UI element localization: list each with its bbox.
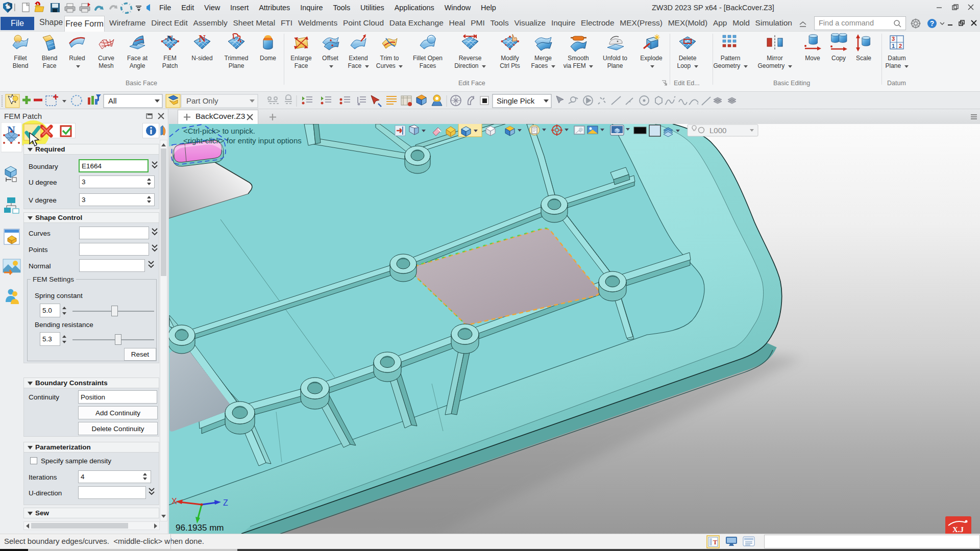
svg-text:X.J: X.J: [952, 525, 964, 534]
svg-text:2: 2: [899, 43, 902, 49]
svg-text:Part Only: Part Only: [186, 96, 218, 105]
svg-text:T: T: [713, 538, 718, 546]
svg-text:Single Pick: Single Pick: [497, 96, 535, 105]
svg-text:N: N: [167, 34, 174, 43]
svg-text:96.1935 mm: 96.1935 mm: [176, 523, 224, 533]
svg-text:<Ctrl-pick> to unpick.: <Ctrl-pick> to unpick.: [183, 127, 255, 135]
svg-text:<right-click> for entity input: <right-click> for entity input options: [183, 136, 302, 145]
svg-text:All: All: [108, 96, 117, 105]
svg-text:1: 1: [892, 43, 895, 49]
svg-text:L000: L000: [709, 126, 726, 135]
svg-text:X: X: [172, 497, 177, 506]
svg-text:3: 3: [892, 36, 895, 42]
svg-text:?: ?: [930, 19, 935, 28]
svg-text:Z: Z: [223, 498, 228, 507]
